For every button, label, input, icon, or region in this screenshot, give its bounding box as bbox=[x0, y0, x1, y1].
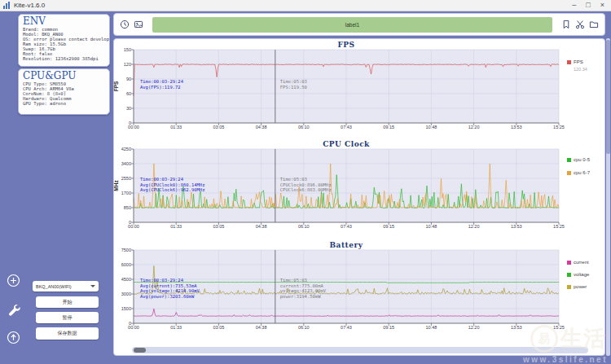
x-tick-label: 10:48 bbox=[419, 224, 443, 229]
x-tick-label: 06:10 bbox=[292, 325, 316, 330]
x-tick-label: 15:25 bbox=[547, 325, 571, 330]
legend-label: current bbox=[574, 260, 589, 265]
horizontal-scroll-thumb[interactable] bbox=[134, 348, 146, 353]
history-icon[interactable] bbox=[120, 20, 130, 29]
legend-label: power bbox=[574, 284, 587, 289]
plot-area-cpu-clock[interactable] bbox=[134, 149, 559, 222]
x-tick-label: 03:05 bbox=[206, 325, 231, 330]
x-tick-label: 15:25 bbox=[547, 125, 571, 129]
maximize-button[interactable]: □ bbox=[586, 0, 590, 11]
env-card-lines: Brand: commonModel: BKQ_AN00OS: error pl… bbox=[23, 27, 109, 61]
legend-swatch bbox=[567, 285, 571, 289]
legend-swatch bbox=[567, 273, 571, 277]
y-tick-label: 7500 bbox=[113, 248, 131, 252]
vertical-scrollbar[interactable] bbox=[606, 38, 610, 356]
charts-panel: FPS FPS 0306090120150 00:0001:3303:0504:… bbox=[113, 38, 605, 356]
y-tick-label: 1700 bbox=[113, 191, 131, 195]
y-axis-label: MHz bbox=[113, 180, 119, 191]
x-tick-label: 09:15 bbox=[376, 224, 401, 229]
legend-label: voltage bbox=[574, 272, 589, 277]
x-tick-label: 06:10 bbox=[292, 125, 316, 129]
x-tick-label: 15:25 bbox=[547, 224, 571, 229]
scissors-icon[interactable] bbox=[575, 20, 585, 29]
cpu-gpu-card: CPU&GPU CPU Type: SM8550CPU Arch: ARM64_… bbox=[18, 68, 110, 115]
chart-title: FPS bbox=[134, 41, 559, 49]
card-line: GPU Type: adreno bbox=[23, 101, 109, 106]
legend-label: cpu 6-7 bbox=[574, 170, 590, 175]
save-data-button[interactable]: 保存数据 bbox=[36, 327, 99, 340]
upload-button[interactable] bbox=[7, 331, 20, 344]
legend-item[interactable]: cpu 6-7 bbox=[567, 170, 590, 175]
plot-area-battery[interactable] bbox=[134, 250, 559, 323]
x-tick-label: 00:00 bbox=[121, 125, 146, 129]
legend-item[interactable]: voltage bbox=[567, 272, 589, 277]
y-tick-label: 1500 bbox=[113, 306, 131, 311]
chevron-down-icon bbox=[90, 285, 95, 287]
pause-button[interactable]: 暂停 bbox=[36, 312, 99, 323]
cpu-gpu-card-lines: CPU Type: SM8550CPU Arch: ARM64_V8aCoreN… bbox=[23, 81, 109, 106]
y-tick-label: 850 bbox=[113, 205, 131, 210]
horizontal-scrollbar[interactable] bbox=[132, 347, 588, 353]
y-tick-label: 60 bbox=[113, 91, 131, 96]
device-select[interactable]: BKQ_AN00(WIFI) bbox=[33, 281, 99, 292]
y-tick-label: 30 bbox=[113, 106, 131, 111]
add-button[interactable] bbox=[7, 274, 20, 287]
y-tick-label: 3000 bbox=[113, 292, 131, 296]
x-tick-label: 00:00 bbox=[121, 325, 146, 330]
start-button[interactable]: 开始 bbox=[36, 296, 99, 308]
x-tick-label: 13:53 bbox=[504, 325, 529, 330]
chart-block-fps: FPS FPS 0306090120150 00:0001:3303:0504:… bbox=[114, 41, 606, 137]
env-card: ENV Brand: commonModel: BKQ_AN00OS: erro… bbox=[18, 14, 110, 67]
y-tick-label: 120 bbox=[113, 62, 131, 67]
chart-title: Battery bbox=[134, 241, 559, 249]
watermark-url: www.3slife.net bbox=[523, 355, 608, 364]
folder-icon[interactable] bbox=[589, 20, 599, 29]
minimize-button[interactable]: – bbox=[572, 0, 576, 11]
legend-item[interactable]: power bbox=[567, 284, 587, 289]
settings-button[interactable] bbox=[7, 302, 20, 316]
bookmark-icon[interactable] bbox=[561, 20, 571, 29]
x-tick-label: 01:33 bbox=[164, 325, 188, 330]
legend-swatch bbox=[567, 261, 571, 265]
chart-block-cpu-clock: CPU Clock MHz 08501700255034004250 00:00… bbox=[114, 140, 606, 236]
cpu-gpu-card-title: CPU&GPU bbox=[23, 70, 109, 81]
app-chart-icon bbox=[3, 2, 11, 9]
y-tick-label: 90 bbox=[113, 77, 131, 81]
plus-circle-icon bbox=[7, 274, 20, 287]
screenshot-icon[interactable] bbox=[134, 20, 143, 29]
y-tick-label: 2550 bbox=[113, 176, 131, 181]
x-tick-label: 13:53 bbox=[504, 224, 529, 229]
x-tick-label: 10:48 bbox=[419, 325, 443, 330]
x-tick-label: 12:20 bbox=[462, 325, 486, 330]
x-tick-label: 01:33 bbox=[164, 224, 188, 229]
label-input[interactable]: label1 bbox=[152, 17, 552, 33]
x-tick-label: 10:48 bbox=[419, 125, 443, 129]
x-tick-label: 13:53 bbox=[504, 125, 529, 129]
x-tick-label: 04:38 bbox=[249, 325, 274, 330]
upload-icon bbox=[7, 331, 20, 344]
x-tick-label: 04:38 bbox=[249, 224, 274, 229]
x-tick-label: 04:38 bbox=[249, 125, 274, 129]
plot-area-fps[interactable] bbox=[134, 50, 559, 123]
x-tick-label: 09:15 bbox=[376, 325, 401, 330]
legend-label: cpu 0-5 bbox=[574, 157, 590, 162]
x-tick-label: 12:20 bbox=[462, 125, 486, 129]
x-tick-label: 06:10 bbox=[292, 224, 316, 229]
legend-label: FPS bbox=[574, 59, 583, 64]
x-tick-label: 01:33 bbox=[164, 125, 188, 129]
close-button[interactable]: × bbox=[600, 0, 604, 11]
legend-item[interactable]: cpu 0-5 bbox=[567, 157, 590, 162]
x-tick-label: 09:15 bbox=[376, 125, 401, 129]
vertical-scroll-thumb[interactable] bbox=[606, 40, 610, 154]
env-card-title: ENV bbox=[23, 15, 109, 27]
y-tick-label: 4250 bbox=[113, 147, 131, 151]
legend-sub-value: 120.34 bbox=[574, 67, 587, 72]
window-titlebar: Kite-v1.6.0 – □ × bbox=[0, 0, 611, 11]
legend-item[interactable]: FPS bbox=[567, 59, 583, 64]
top-toolbar: label1 bbox=[113, 13, 605, 36]
legend-item[interactable]: current bbox=[567, 260, 589, 265]
x-tick-label: 00:00 bbox=[121, 224, 146, 229]
legend-swatch bbox=[567, 60, 571, 64]
chart-block-battery: Battery 015003000450060007500 00:0001:33… bbox=[114, 241, 606, 337]
y-tick-label: 3400 bbox=[113, 161, 131, 166]
